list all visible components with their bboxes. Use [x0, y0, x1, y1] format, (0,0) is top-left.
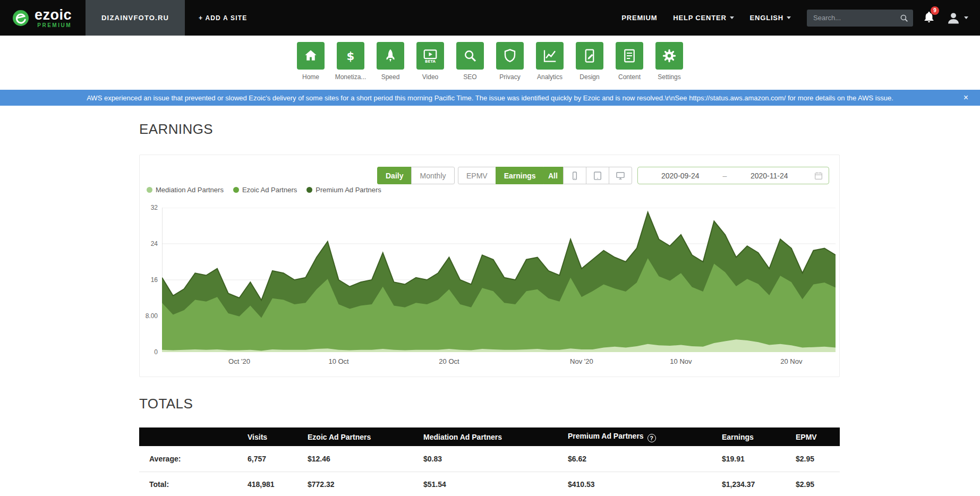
- table-row-average: Average: 6,757 $12.46 $0.83 $6.62 $19.91…: [139, 446, 840, 472]
- document-icon: [621, 48, 637, 64]
- nav-item-settings[interactable]: Settings: [653, 42, 686, 90]
- totals-title: TOTALS: [139, 396, 193, 412]
- col-ezoic-ad-partners: Ezoic Ad Partners: [297, 427, 413, 446]
- col-visits: Visits: [237, 427, 297, 446]
- mobile-filter-button[interactable]: [563, 167, 586, 184]
- user-avatar-icon: [946, 11, 961, 25]
- beta-badge: BETA: [425, 59, 436, 64]
- col-row-label: [139, 427, 237, 446]
- design-icon: [582, 48, 598, 64]
- main-nav: Home $ Monetiza... Speed BETA Video SEO …: [0, 36, 980, 90]
- date-range-picker[interactable]: 2020-09-24 – 2020-11-24: [637, 167, 829, 184]
- legend-dot: [147, 187, 152, 193]
- rocket-icon: [382, 48, 398, 64]
- total-mediation: $51.54: [413, 472, 558, 496]
- line-chart-icon: [542, 48, 558, 64]
- nav-item-monetization[interactable]: $ Monetiza...: [334, 42, 367, 90]
- legend-item-ezoic[interactable]: Ezoic Ad Partners: [233, 186, 297, 194]
- monthly-button[interactable]: Monthly: [411, 167, 454, 184]
- notifications-badge: 9: [931, 6, 939, 15]
- legend-item-mediation[interactable]: Mediation Ad Partners: [147, 186, 224, 194]
- nav-item-analytics[interactable]: Analytics: [533, 42, 566, 90]
- total-visits: 418,981: [237, 472, 297, 496]
- nav-item-home[interactable]: Home: [294, 42, 327, 90]
- search-box: [807, 10, 913, 27]
- desktop-icon: [615, 170, 626, 181]
- nav-item-design[interactable]: Design: [573, 42, 606, 90]
- epmv-button[interactable]: EPMV: [458, 167, 496, 184]
- chevron-down-icon: [730, 16, 734, 19]
- home-icon: [303, 48, 319, 64]
- shield-icon: [502, 48, 518, 64]
- nav-item-video[interactable]: BETA Video: [414, 42, 447, 90]
- close-icon[interactable]: ×: [964, 90, 968, 106]
- totals-header-row: Visits Ezoic Ad Partners Mediation Ad Pa…: [139, 427, 840, 446]
- device-toggle: All: [542, 167, 632, 184]
- total-ezoic: $772.32: [297, 472, 413, 496]
- svg-text:$: $: [347, 49, 355, 63]
- all-devices-button[interactable]: All: [542, 167, 564, 184]
- interval-toggle: Daily Monthly: [377, 167, 455, 184]
- chevron-down-icon: [787, 16, 791, 19]
- metric-toggle: EPMV Earnings: [458, 167, 544, 184]
- col-epmv: EPMV: [786, 427, 840, 446]
- brand-name: ezoic: [35, 8, 72, 22]
- table-row-total: Total: 418,981 $772.32 $51.54 $410.53 $1…: [139, 472, 840, 496]
- nav-item-speed[interactable]: Speed: [374, 42, 407, 90]
- page: ezoic PREMIUM DIZAINVFOTO.RU + ADD A SIT…: [0, 0, 980, 496]
- earnings-chart-card: Daily Monthly EPMV Earnings All: [139, 155, 840, 377]
- x-axis-labels: Oct '2010 Oct20 OctNov '2010 Nov20 Nov: [162, 357, 836, 368]
- legend-dot: [233, 187, 239, 193]
- earnings-title: EARNINGS: [139, 121, 213, 138]
- tablet-filter-button[interactable]: [586, 167, 609, 184]
- search-icon[interactable]: [899, 13, 909, 25]
- earnings-chart[interactable]: [162, 208, 836, 352]
- nav-item-privacy[interactable]: Privacy: [493, 42, 526, 90]
- col-premium-ad-partners: Premium Ad Partners?: [558, 427, 712, 446]
- help-icon[interactable]: ?: [647, 434, 656, 442]
- ezoic-logo-icon: [12, 9, 30, 27]
- average-mediation: $0.83: [413, 446, 558, 472]
- notifications-button[interactable]: 9: [923, 11, 935, 25]
- add-site-button[interactable]: + ADD A SITE: [185, 14, 261, 22]
- gear-icon: [661, 48, 677, 64]
- total-epmv: $2.95: [786, 472, 840, 496]
- desktop-filter-button[interactable]: [609, 167, 632, 184]
- dollar-icon: $: [343, 48, 359, 64]
- date-separator: –: [723, 172, 727, 180]
- y-axis-labels: 08.00162432: [135, 208, 158, 352]
- date-end-input[interactable]: 2020-11-24: [727, 172, 812, 180]
- date-start-input[interactable]: 2020-09-24: [638, 172, 723, 180]
- user-menu[interactable]: [946, 11, 968, 25]
- site-tab[interactable]: DIZAINVFOTO.RU: [86, 0, 185, 36]
- search-input[interactable]: [807, 14, 913, 22]
- row-label: Average:: [139, 446, 237, 472]
- magnifier-icon: [462, 48, 478, 64]
- premium-link[interactable]: PREMIUM: [621, 14, 657, 22]
- legend-dot: [306, 187, 312, 193]
- chevron-down-icon: [964, 16, 968, 19]
- language-menu[interactable]: ENGLISH: [750, 14, 791, 22]
- col-earnings: Earnings: [712, 427, 786, 446]
- legend-item-premium[interactable]: Premium Ad Partners: [306, 186, 381, 194]
- earnings-button[interactable]: Earnings: [496, 167, 544, 184]
- total-earnings: $1,234.37: [712, 472, 786, 496]
- nav-item-content[interactable]: Content: [613, 42, 646, 90]
- totals-table: Visits Ezoic Ad Partners Mediation Ad Pa…: [139, 427, 840, 496]
- average-epmv: $2.95: [786, 446, 840, 472]
- chart-plot-area: 08.00162432 Oct '2010 Oct20 OctNov '2010…: [162, 208, 836, 352]
- mobile-icon: [569, 170, 580, 181]
- chart-controls: Daily Monthly EPMV Earnings All: [140, 167, 839, 184]
- aws-notice-banner: AWS experienced an issue that prevented …: [0, 90, 980, 106]
- tablet-icon: [592, 170, 603, 181]
- top-bar: ezoic PREMIUM DIZAINVFOTO.RU + ADD A SIT…: [0, 0, 980, 36]
- nav-item-seo[interactable]: SEO: [454, 42, 487, 90]
- average-ezoic: $12.46: [297, 446, 413, 472]
- video-icon: BETA: [422, 48, 438, 64]
- row-label: Total:: [139, 472, 237, 496]
- help-center-menu[interactable]: HELP CENTER: [673, 14, 734, 22]
- ezoic-logo[interactable]: ezoic PREMIUM: [12, 8, 72, 28]
- daily-button[interactable]: Daily: [377, 167, 412, 184]
- chart-legend: Mediation Ad Partners Ezoic Ad Partners …: [147, 186, 381, 194]
- average-visits: 6,757: [237, 446, 297, 472]
